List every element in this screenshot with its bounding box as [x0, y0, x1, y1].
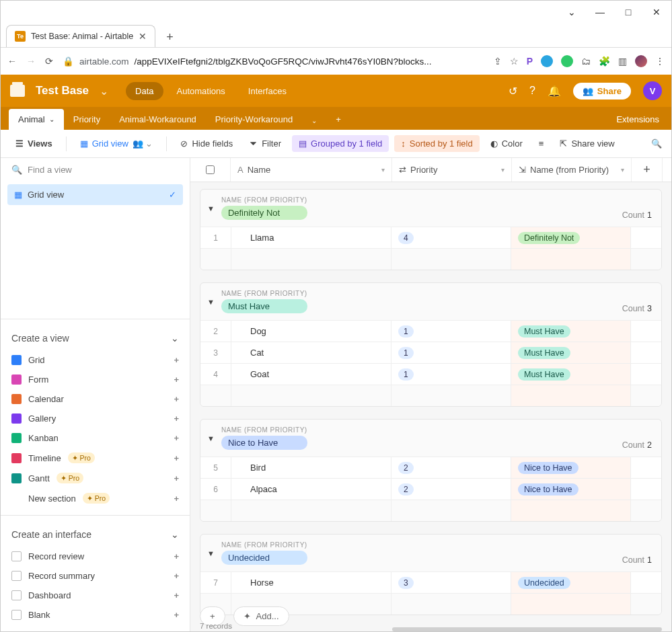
collapse-icon[interactable]: ▼ [207, 434, 215, 442]
chevron-down-icon[interactable]: ▾ [381, 166, 385, 173]
add-icon[interactable]: + [174, 493, 179, 504]
appbar-tab-data[interactable]: Data [126, 82, 163, 100]
create-interface-header[interactable]: Create an interface⌄ [1, 522, 190, 547]
new-tab-button[interactable]: + [161, 28, 179, 47]
color-button[interactable]: ◐ Color [485, 135, 528, 152]
add-icon[interactable]: + [174, 610, 179, 620]
cell-priority[interactable]: 1 [391, 342, 511, 363]
table-tab-priority-workaround[interactable]: Priority-Workaround [206, 109, 302, 130]
reload-icon[interactable]: ⟳ [45, 56, 53, 67]
side-panel-icon[interactable]: ▥ [618, 56, 627, 67]
kebab-menu-icon[interactable]: ⋮ [655, 56, 665, 67]
create-view-grid[interactable]: Grid+ [7, 350, 183, 370]
share-button[interactable]: 👥Share [573, 83, 631, 100]
cell-name[interactable]: Cat [231, 342, 391, 363]
add-icon[interactable]: + [174, 433, 179, 443]
window-minimize-icon[interactable]: — [591, 7, 609, 17]
add-menu-button[interactable]: ✦Add... [233, 606, 289, 626]
group-header[interactable]: ▼ NAME (FROM PRIORITY) Undecided Count1 [200, 535, 661, 571]
row-height-button[interactable]: ≡ [533, 135, 550, 152]
cell-priority[interactable]: 3 [391, 572, 511, 593]
collapse-icon[interactable]: ▼ [207, 298, 215, 306]
appbar-tab-interfaces[interactable]: Interfaces [239, 82, 296, 100]
back-icon[interactable]: ← [7, 56, 17, 67]
window-maximize-icon[interactable]: □ [619, 7, 638, 17]
create-view-calendar[interactable]: Calendar+ [7, 389, 183, 409]
ext-green-icon[interactable] [561, 55, 573, 67]
create-interface-record-review[interactable]: Record review+ [7, 547, 183, 566]
create-interface-record-summary[interactable]: Record summary+ [7, 566, 183, 586]
user-avatar[interactable]: V [643, 81, 662, 100]
empty-row[interactable]: . [200, 500, 661, 521]
create-interface-dashboard[interactable]: Dashboard+ [7, 586, 183, 605]
table-row[interactable]: 2 Dog 1 Must Have [200, 320, 661, 342]
star-icon[interactable]: ☆ [510, 56, 519, 67]
group-header[interactable]: ▼ NAME (FROM PRIORITY) Must Have Count3 [200, 283, 661, 320]
ext-p-icon[interactable]: P [527, 56, 533, 67]
appbar-tab-automations[interactable]: Automations [167, 82, 235, 100]
add-icon[interactable]: + [174, 374, 179, 385]
cell-priority[interactable]: 2 [391, 479, 511, 500]
add-icon[interactable]: + [174, 394, 179, 404]
search-icon[interactable]: 🔍 [651, 139, 662, 149]
group-header[interactable]: ▼ NAME (FROM PRIORITY) Nice to Have Coun… [200, 420, 661, 457]
column-header-priority[interactable]: ⇄Priority▾ [392, 158, 512, 182]
profile-avatar-icon[interactable] [635, 55, 647, 67]
add-icon[interactable]: + [174, 355, 179, 365]
table-row[interactable]: 3 Cat 1 Must Have [200, 342, 661, 363]
view-item-grid[interactable]: ▦ Grid view ✓ [7, 184, 183, 205]
add-table-button[interactable]: + [326, 109, 350, 130]
add-icon[interactable]: + [174, 473, 179, 483]
table-row[interactable]: 4 Goat 1 Must Have [200, 363, 661, 385]
share-view-button[interactable]: ⇱ Share view [554, 135, 620, 152]
share-page-icon[interactable]: ⇪ [494, 56, 502, 67]
add-field-button[interactable]: + [632, 158, 663, 182]
cell-name[interactable]: Horse [231, 572, 391, 593]
cell-priority[interactable]: 1 [391, 364, 511, 385]
add-icon[interactable]: + [174, 571, 179, 581]
find-view-input[interactable]: 🔍 Find a view [1, 158, 190, 182]
base-icon[interactable] [10, 85, 25, 97]
create-view-gantt[interactable]: Gantt✦ Pro+ [7, 468, 183, 488]
table-row[interactable]: 6 Alpaca 2 Nice to Have [200, 478, 661, 500]
empty-row[interactable]: . [200, 385, 661, 406]
cell-name[interactable]: Bird [231, 457, 391, 478]
notifications-icon[interactable]: 🔔 [548, 85, 561, 97]
cell-name[interactable]: Llama [231, 227, 391, 248]
create-view-header[interactable]: Create a view⌄ [1, 326, 190, 350]
create-view-gallery[interactable]: Gallery+ [7, 409, 183, 428]
column-header-lookup[interactable]: ⇲Name (from Priority)▾ [512, 158, 632, 182]
hide-fields-button[interactable]: ⊘ Hide fields [175, 135, 238, 152]
table-tab-priority[interactable]: Priority [64, 109, 110, 130]
create-view-form[interactable]: Form+ [7, 370, 183, 389]
browser-tab[interactable]: Te Test Base: Animal - Airtable ✕ [6, 25, 155, 47]
views-toggle[interactable]: ☰ Views [10, 135, 58, 152]
view-switcher[interactable]: ▦ Grid view 👥 ⌄ [75, 135, 159, 152]
column-header-name[interactable]: AName▾ [231, 158, 392, 182]
create-view-kanban[interactable]: Kanban+ [7, 428, 183, 448]
tab-close-icon[interactable]: ✕ [139, 31, 147, 42]
extensions-icon[interactable]: 🧩 [599, 56, 610, 67]
empty-row[interactable]: . [200, 248, 661, 270]
create-view-new-section[interactable]: New section✦ Pro+ [7, 488, 183, 508]
cell-priority[interactable]: 1 [391, 321, 511, 342]
horizontal-scrollbar[interactable] [392, 627, 662, 631]
table-tab-animal-workaround[interactable]: Animal-Workaround [110, 109, 206, 130]
cell-name[interactable]: Alpaca [231, 479, 391, 500]
add-icon[interactable]: + [174, 413, 179, 424]
ext-blue-icon[interactable] [541, 55, 553, 67]
cell-name[interactable]: Dog [231, 321, 391, 342]
table-row[interactable]: 1 Llama 4 Definitely Not [200, 227, 661, 248]
table-row[interactable]: 5 Bird 2 Nice to Have [200, 457, 661, 478]
cell-name[interactable]: Goat [231, 364, 391, 385]
window-close-icon[interactable]: ✕ [647, 7, 666, 17]
cell-priority[interactable]: 4 [391, 227, 511, 248]
address-bar[interactable]: 🔒 airtable.com/appEVIXeIFtefgni2/tblgZKB… [63, 56, 484, 67]
cell-priority[interactable]: 2 [391, 457, 511, 478]
collapse-icon[interactable]: ▼ [207, 549, 215, 557]
add-icon[interactable]: + [174, 551, 179, 561]
table-row[interactable]: 7 Horse 3 Undecided [200, 571, 661, 593]
base-chevron-icon[interactable]: ⌄ [100, 85, 108, 97]
collapse-icon[interactable]: ▼ [207, 204, 215, 212]
create-view-timeline[interactable]: Timeline✦ Pro+ [7, 448, 183, 468]
